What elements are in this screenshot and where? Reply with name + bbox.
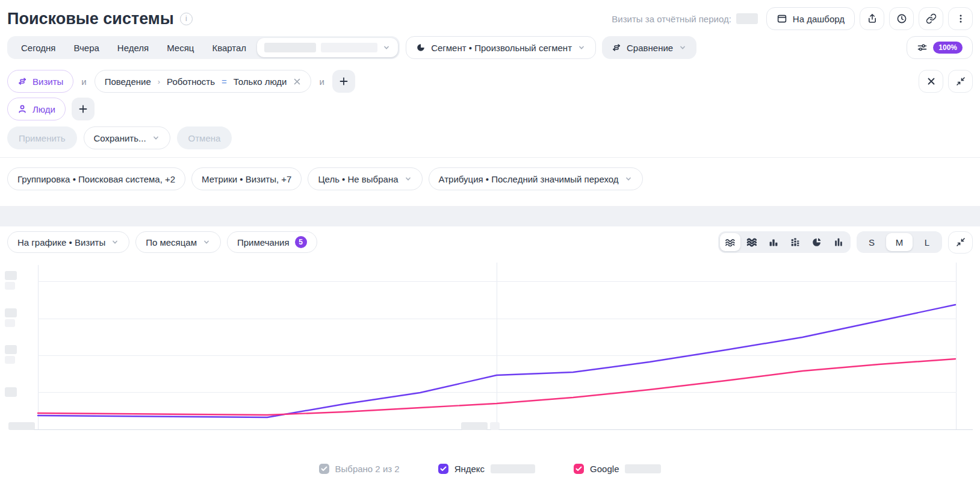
size-m-button[interactable]: M: [886, 233, 913, 251]
metrics-chip[interactable]: Метрики • Визиты, +7: [191, 167, 302, 190]
clock-icon: [896, 13, 907, 24]
notes-label: Примечания: [237, 237, 290, 248]
metric-chip-label: Визиты: [33, 76, 63, 87]
goal-select[interactable]: Цель • Не выбрана: [308, 167, 422, 190]
stacked-bar-icon: [790, 237, 801, 248]
add-to-dashboard-label: На дашборд: [793, 14, 845, 24]
attribution-select[interactable]: Атрибуция • Последний значимый переход: [429, 167, 643, 190]
granularity-label: По месяцам: [146, 237, 197, 248]
chart-type-stacked-bar-button[interactable]: [785, 233, 805, 251]
chevron-down-icon: [382, 43, 391, 52]
preset-quarter[interactable]: Квартал: [203, 36, 255, 59]
filter-actions: Применить Сохранить... Отмена: [7, 126, 973, 149]
audience-chip-people[interactable]: Люди: [7, 98, 66, 120]
page-title: Поисковые системы: [7, 10, 174, 28]
more-menu-button[interactable]: [948, 7, 973, 30]
clear-filters-button[interactable]: [919, 70, 943, 93]
period-granularity-select[interactable]: По месяцам: [135, 231, 221, 253]
chart-type-bar-button[interactable]: [763, 233, 784, 251]
chart-type-pie-button[interactable]: [807, 233, 827, 251]
redacted-yandex-value: [491, 464, 535, 473]
add-audience-button[interactable]: [72, 98, 95, 120]
section-band: [0, 206, 980, 226]
comparison-select[interactable]: Сравнение: [602, 36, 696, 59]
segment-select[interactable]: Сегмент • Произвольный сегмент: [406, 36, 596, 59]
legend-selected-label: Выбрано 2 из 2: [335, 464, 400, 474]
filter-bar: Визиты и Поведение › Роботность = Только…: [7, 70, 973, 93]
preset-week[interactable]: Неделя: [108, 36, 158, 59]
attribution-label: Атрибуция • Последний значимый переход: [439, 174, 619, 184]
sliders-icon: [917, 42, 928, 53]
collapse-icon: [956, 237, 966, 247]
comparison-label: Сравнение: [627, 43, 673, 53]
size-l-button[interactable]: L: [914, 233, 940, 251]
chevron-down-icon: [152, 134, 160, 142]
chart-type-column-button[interactable]: [828, 233, 849, 251]
collapse-filters-button[interactable]: [948, 70, 973, 93]
collapse-icon: [956, 76, 966, 86]
bar-chart-icon: [768, 237, 779, 248]
preset-yesterday[interactable]: Вчера: [65, 36, 108, 59]
line-chart-icon: [725, 237, 736, 248]
area-chart-icon: [746, 237, 757, 248]
redacted-y-tick: [5, 282, 15, 290]
redacted-x-label: [8, 422, 35, 430]
checkbox-google-icon: [574, 464, 584, 474]
period-toolbar: Сегодня Вчера Неделя Месяц Квартал Сегме…: [7, 36, 973, 59]
export-button[interactable]: [860, 7, 884, 30]
person-icon: [17, 104, 27, 114]
dashboard-icon: [777, 13, 787, 24]
chart-gridlines: [24, 263, 973, 430]
preset-today[interactable]: Сегодня: [12, 36, 65, 59]
legend-item-yandex[interactable]: Яндекс: [438, 464, 535, 474]
save-label: Сохранить...: [94, 133, 146, 143]
redacted-x-label: [461, 422, 488, 430]
history-button[interactable]: [889, 7, 914, 30]
condition-group: Поведение: [105, 76, 151, 87]
save-button[interactable]: Сохранить...: [84, 126, 170, 149]
section-divider: [0, 157, 980, 158]
chart-type-area-button[interactable]: [742, 233, 762, 251]
audience-bar: Люди: [7, 98, 973, 120]
report-period-label: Визиты за отчётный период:: [612, 14, 731, 24]
grouping-chip[interactable]: Группировка • Поисковая система, +2: [7, 167, 185, 190]
remove-condition-icon[interactable]: [293, 78, 301, 86]
size-s-button[interactable]: S: [858, 233, 885, 251]
share-icon: [867, 13, 878, 24]
chart-type-line-button[interactable]: [720, 233, 740, 251]
checkbox-yandex-icon: [438, 464, 448, 474]
grouping-label: Группировка • Поисковая система, +2: [17, 174, 175, 184]
chevron-down-icon: [678, 43, 687, 52]
cancel-button[interactable]: Отмена: [177, 126, 232, 149]
legend-select-all[interactable]: Выбрано 2 из 2: [319, 464, 400, 474]
legend-item-google[interactable]: Google: [574, 464, 661, 474]
sampling-settings-button[interactable]: 100%: [907, 36, 973, 59]
redacted-date-from: [264, 43, 316, 52]
date-range-select[interactable]: [257, 38, 398, 57]
copy-link-button[interactable]: [919, 7, 943, 30]
redacted-y-tick: [5, 271, 17, 280]
close-icon: [926, 76, 936, 86]
plus-icon: [339, 76, 349, 86]
preset-month[interactable]: Месяц: [158, 36, 203, 59]
condition-field: Роботность: [167, 76, 215, 87]
sampling-badge: 100%: [933, 42, 963, 54]
chart-size-group: S M L: [857, 231, 942, 253]
visits-line-chart[interactable]: [0, 259, 980, 434]
redacted-visits-value: [736, 13, 758, 24]
redacted-date-to: [321, 43, 377, 52]
on-chart-select[interactable]: На графике • Визиты: [7, 231, 129, 253]
segment-label: Сегмент • Произвольный сегмент: [431, 43, 572, 53]
metric-chip-visits[interactable]: Визиты: [7, 70, 73, 93]
add-to-dashboard-button[interactable]: На дашборд: [766, 7, 855, 30]
apply-button[interactable]: Применить: [7, 126, 77, 149]
collapse-chart-button[interactable]: [948, 231, 973, 254]
redacted-y-tick: [5, 345, 17, 354]
notes-button[interactable]: Примечания 5: [227, 231, 317, 253]
goal-label: Цель • Не выбрана: [318, 174, 398, 184]
info-icon[interactable]: i: [180, 13, 193, 25]
add-condition-button[interactable]: [332, 70, 355, 93]
header-actions: Визиты за отчётный период: На дашборд: [612, 7, 973, 30]
filter-condition-chip[interactable]: Поведение › Роботность = Только люди: [95, 70, 312, 93]
redacted-y-tick: [5, 356, 15, 364]
